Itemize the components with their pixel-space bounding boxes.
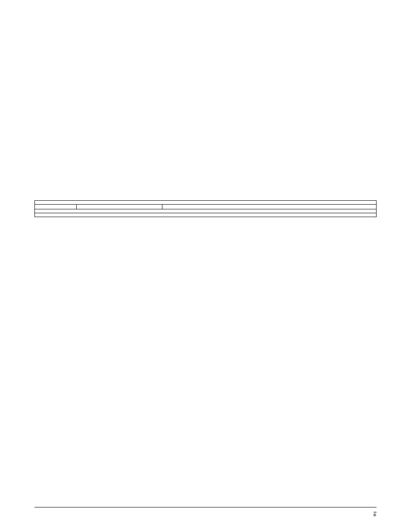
- menu-tree-diagram: [85, 60, 326, 189]
- subhead-level2: [35, 209, 377, 213]
- section-title: [34, 39, 377, 52]
- table-title: [35, 201, 377, 205]
- rice-lake-logo: ®: [374, 512, 377, 520]
- test-menu-table: [34, 200, 377, 217]
- col-parameter: [35, 205, 77, 209]
- subhead-level3: [35, 213, 377, 217]
- col-choices: [77, 205, 162, 209]
- page-footer: ®: [34, 507, 377, 520]
- col-description: [162, 205, 377, 209]
